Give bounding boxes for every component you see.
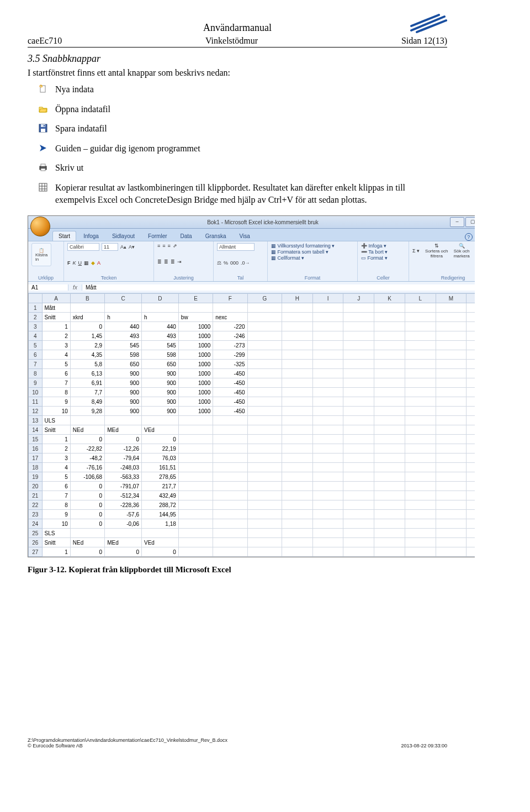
cell[interactable]: 22,19 <box>141 444 178 454</box>
cell[interactable]: 900 <box>141 369 178 378</box>
cell[interactable]: 217,7 <box>141 482 178 491</box>
cell[interactable]: MEd <box>105 425 142 435</box>
cell[interactable]: 1000 <box>178 397 213 407</box>
cell[interactable]: 161,51 <box>141 463 178 472</box>
cell[interactable]: -450 <box>213 378 247 388</box>
column-header[interactable]: C <box>105 294 142 303</box>
cell[interactable] <box>282 538 313 547</box>
row-header[interactable]: 8 <box>29 369 43 378</box>
cell[interactable] <box>405 369 436 378</box>
cell[interactable]: 1000 <box>178 407 213 416</box>
cell[interactable] <box>405 510 436 519</box>
cell[interactable] <box>247 313 282 322</box>
cell[interactable]: -512,34 <box>105 491 142 500</box>
cell[interactable] <box>436 397 467 407</box>
cell[interactable] <box>405 491 436 500</box>
cell[interactable] <box>178 510 213 519</box>
row-header[interactable]: 4 <box>29 331 43 341</box>
cell[interactable]: 1000 <box>178 322 213 331</box>
name-box[interactable]: A1 <box>28 284 68 291</box>
cell[interactable]: 0 <box>141 547 178 557</box>
cell[interactable] <box>213 303 247 313</box>
cell[interactable]: 545 <box>141 341 178 350</box>
cell[interactable] <box>178 491 213 500</box>
cell[interactable]: -48,2 <box>70 454 104 463</box>
table-row[interactable]: 195-106,68-563,33278,65 <box>29 472 475 482</box>
cell[interactable]: -106,68 <box>70 472 104 482</box>
cell[interactable] <box>247 360 282 369</box>
cell[interactable] <box>178 425 213 435</box>
cell[interactable] <box>467 472 475 482</box>
cell[interactable]: -450 <box>213 369 247 378</box>
row-header[interactable]: 9 <box>29 378 43 388</box>
cell[interactable] <box>467 454 475 463</box>
cell[interactable] <box>178 435 213 444</box>
cell[interactable] <box>312 463 343 472</box>
cell[interactable] <box>405 500 436 510</box>
cell[interactable]: 144,95 <box>141 510 178 519</box>
cell[interactable] <box>282 331 313 341</box>
cell[interactable] <box>312 416 343 425</box>
cell[interactable] <box>178 454 213 463</box>
cell[interactable]: 650 <box>141 360 178 369</box>
cell[interactable]: Snitt <box>42 313 70 322</box>
table-row[interactable]: 976,919009001000-450 <box>29 378 475 388</box>
cell[interactable] <box>178 500 213 510</box>
format-cells-button[interactable]: ▭ Format ▾ <box>361 255 405 261</box>
cell[interactable] <box>467 350 475 360</box>
cell[interactable] <box>467 313 475 322</box>
maximize-button[interactable]: ▢ <box>465 217 475 227</box>
cell[interactable]: 1000 <box>178 350 213 360</box>
cell[interactable] <box>213 491 247 500</box>
cell[interactable] <box>436 444 467 454</box>
cell[interactable] <box>436 529 467 538</box>
cell[interactable]: xkrd <box>70 313 104 322</box>
indent-icon[interactable]: ⇥ <box>177 259 182 265</box>
cell[interactable] <box>178 519 213 529</box>
font-size-dropdown[interactable]: 11 <box>102 243 118 251</box>
ribbon-tab-sidlayout[interactable]: Sidlayout <box>106 231 141 241</box>
cell[interactable] <box>343 388 374 397</box>
cell[interactable] <box>213 519 247 529</box>
cell[interactable]: 432,49 <box>141 491 178 500</box>
row-header[interactable]: 10 <box>29 388 43 397</box>
cell[interactable]: 6,13 <box>70 369 104 378</box>
cell[interactable]: 0 <box>70 510 104 519</box>
cell[interactable] <box>343 341 374 350</box>
cell[interactable] <box>247 472 282 482</box>
row-header[interactable]: 18 <box>29 463 43 472</box>
cell[interactable] <box>141 416 178 425</box>
table-row[interactable]: 2170-512,34432,49 <box>29 491 475 500</box>
cell[interactable] <box>405 529 436 538</box>
cell[interactable] <box>247 378 282 388</box>
cell[interactable] <box>282 360 313 369</box>
cell[interactable] <box>467 463 475 472</box>
cell[interactable]: 598 <box>105 350 142 360</box>
cell[interactable] <box>343 350 374 360</box>
cell[interactable] <box>436 407 467 416</box>
cell[interactable] <box>374 341 405 350</box>
table-row[interactable]: 162-22,82-12,2622,19 <box>29 444 475 454</box>
cell[interactable]: 6,91 <box>70 378 104 388</box>
cell[interactable] <box>247 407 282 416</box>
cell[interactable] <box>405 407 436 416</box>
cell[interactable] <box>343 322 374 331</box>
bold-button[interactable]: F <box>67 260 71 266</box>
cell[interactable] <box>247 529 282 538</box>
cell[interactable]: 1000 <box>178 388 213 397</box>
cell[interactable]: 598 <box>141 350 178 360</box>
cell[interactable] <box>436 491 467 500</box>
cell[interactable]: 900 <box>105 397 142 407</box>
column-header[interactable]: N <box>467 294 475 303</box>
row-header[interactable]: 16 <box>29 444 43 454</box>
row-header[interactable]: 21 <box>29 491 43 500</box>
percent-icon[interactable]: % <box>224 260 228 266</box>
cell[interactable] <box>374 547 405 557</box>
cell[interactable] <box>247 322 282 331</box>
cell[interactable] <box>405 397 436 407</box>
cell[interactable] <box>312 341 343 350</box>
table-row[interactable]: 271000 <box>29 547 475 557</box>
cell[interactable] <box>467 529 475 538</box>
cell[interactable] <box>467 482 475 491</box>
cell[interactable] <box>312 331 343 341</box>
